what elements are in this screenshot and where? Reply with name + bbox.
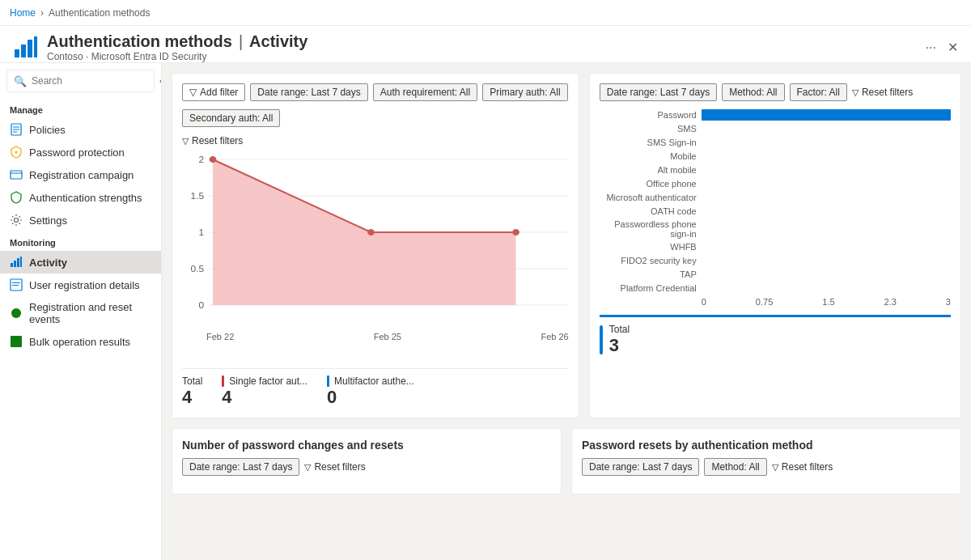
sidebar-item-user-registration-details[interactable]: User registration details — [0, 274, 161, 296]
svg-rect-2 — [28, 40, 32, 57]
password-resets-method-filter[interactable]: Method: All — [704, 458, 766, 476]
sidebar-item-password-protection-label: Password protection — [29, 146, 125, 159]
bottom-cards-row: Number of password changes and resets Da… — [172, 428, 961, 494]
filter-chip-primary-auth[interactable]: Primary auth: All — [482, 83, 567, 101]
method-bar-container — [702, 151, 951, 162]
methods-total: Total 3 — [600, 315, 951, 356]
method-label: WHFB — [600, 242, 697, 252]
password-changes-title: Number of password changes and resets — [182, 439, 551, 452]
user-registration-icon — [10, 278, 23, 291]
page-header: Authentication methods | Activity Contos… — [0, 26, 971, 63]
methods-reset-icon: ▽ — [852, 87, 859, 98]
page-title: Authentication methods — [47, 32, 232, 51]
methods-date-filter[interactable]: Date range: Last 7 days — [600, 83, 717, 101]
search-input[interactable] — [32, 75, 153, 87]
methods-method-filter[interactable]: Method: All — [722, 83, 784, 101]
authentication-strengths-icon — [10, 191, 23, 204]
svg-text:1.5: 1.5 — [191, 191, 205, 200]
sidebar-item-activity[interactable]: Activity — [0, 251, 161, 274]
password-changes-filter-bar: Date range: Last 7 days ▽ Reset filters — [182, 458, 551, 476]
sidebar-item-policies[interactable]: Policies — [0, 118, 161, 141]
bulk-operation-icon — [10, 335, 23, 348]
sidebar: 🔍 « Manage Policies Password protection … — [0, 63, 162, 560]
add-filter-button[interactable]: ▽ Add filter — [182, 83, 245, 101]
svg-point-8 — [15, 151, 18, 154]
breadcrumb-separator: › — [40, 7, 44, 19]
method-label: OATH code — [600, 206, 697, 216]
sidebar-item-registration-campaign[interactable]: Registration campaign — [0, 163, 161, 186]
registration-campaign-icon — [10, 168, 23, 181]
password-resets-reset-button[interactable]: ▽ Reset filters — [772, 461, 833, 473]
password-resets-title: Password resets by authentication method — [582, 439, 951, 452]
method-row: SMS — [600, 123, 951, 134]
manage-section-label: Manage — [0, 99, 161, 118]
method-bar-container — [702, 164, 951, 176]
total-single-value: 4 — [222, 387, 307, 408]
method-row: TAP — [600, 269, 951, 280]
breadcrumb: Home › Authentication methods — [0, 0, 971, 26]
breadcrumb-section: Authentication methods — [49, 7, 150, 19]
method-bar-chart: PasswordSMSSMS Sign-inMobileAlt mobileOf… — [600, 109, 951, 294]
password-changes-reset-button[interactable]: ▽ Reset filters — [304, 461, 365, 473]
sidebar-item-registration-reset-events[interactable]: Registration and reset events — [0, 296, 161, 330]
method-bar — [702, 109, 951, 121]
method-bar-container — [702, 192, 951, 203]
methods-x-axis: 0 0.75 1.5 2.3 3 — [600, 297, 951, 307]
filter-chip-auth-req[interactable]: Auth requirement: All — [373, 83, 477, 101]
policies-icon — [10, 123, 23, 136]
password-resets-date-filter[interactable]: Date range: Last 7 days — [582, 458, 699, 476]
filter-icon: ▽ — [189, 87, 197, 98]
sidebar-item-user-registration-label: User registration details — [29, 279, 140, 291]
filter-chip-date[interactable]: Date range: Last 7 days — [250, 83, 367, 101]
sidebar-item-authentication-strengths[interactable]: Authentication strengths — [0, 186, 161, 209]
svg-rect-15 — [20, 257, 22, 267]
svg-rect-0 — [15, 49, 19, 57]
total-single-label: Single factor aut... — [222, 375, 307, 387]
svg-rect-1 — [21, 45, 26, 57]
sidebar-item-settings[interactable]: Settings — [0, 209, 161, 231]
header-menu-button[interactable]: ··· — [922, 37, 939, 58]
svg-rect-20 — [11, 336, 22, 347]
password-changes-reset-icon: ▽ — [304, 462, 311, 473]
title-separator: | — [239, 32, 243, 51]
search-icon: 🔍 — [14, 75, 27, 87]
svg-text:1: 1 — [198, 227, 204, 236]
svg-rect-14 — [17, 258, 19, 267]
activity-icon — [10, 256, 23, 269]
method-label: SMS Sign-in — [600, 138, 697, 147]
method-label: Passwordless phone sign-in — [600, 219, 697, 239]
methods-card: Date range: Last 7 days Method: All Fact… — [589, 73, 961, 418]
breadcrumb-home[interactable]: Home — [10, 7, 36, 19]
sidebar-item-authentication-strengths-label: Authentication strengths — [29, 192, 142, 204]
svg-point-34 — [512, 229, 519, 235]
sidebar-item-bulk-operation-results[interactable]: Bulk operation results — [0, 330, 161, 353]
close-button[interactable]: ✕ — [948, 40, 958, 55]
svg-rect-13 — [14, 261, 16, 267]
svg-point-11 — [15, 218, 19, 223]
svg-point-32 — [210, 156, 217, 163]
search-box[interactable]: 🔍 « — [6, 70, 155, 92]
password-changes-date-filter[interactable]: Date range: Last 7 days — [182, 458, 299, 476]
total-multi-label: Multifactor authe... — [327, 375, 414, 387]
svg-rect-3 — [34, 36, 37, 57]
sign-in-activity-card: ▽ Add filter Date range: Last 7 days Aut… — [172, 73, 579, 418]
page-title-group: Authentication methods | Activity Contos… — [47, 32, 914, 62]
filter-chip-secondary-auth[interactable]: Secondary auth: All — [182, 109, 280, 127]
sign-in-chart: 2 1.5 1 0.5 0 — [182, 151, 569, 362]
monitoring-section-label: Monitoring — [0, 231, 161, 251]
method-label: Mobile — [600, 151, 697, 161]
methods-header-filters: Date range: Last 7 days Method: All Fact… — [600, 83, 951, 101]
method-row: OATH code — [600, 206, 951, 217]
methods-total-value: 3 — [609, 335, 630, 356]
single-factor-color-bar — [222, 375, 224, 387]
svg-point-33 — [367, 229, 375, 235]
sign-in-reset-filters-button[interactable]: ▽ Reset filters — [182, 135, 243, 146]
methods-reset-filters-button[interactable]: ▽ Reset filters — [852, 87, 913, 98]
main-content: ▽ Add filter Date range: Last 7 days Aut… — [162, 63, 971, 560]
page-subtitle: Contoso · Microsoft Entra ID Security — [47, 51, 914, 62]
svg-text:0: 0 — [198, 300, 204, 309]
sidebar-search-container: 🔍 « — [0, 63, 161, 99]
page-tab-title: Activity — [249, 32, 307, 51]
sidebar-item-password-protection[interactable]: Password protection — [0, 141, 161, 163]
methods-factor-filter[interactable]: Factor: All — [790, 83, 847, 101]
